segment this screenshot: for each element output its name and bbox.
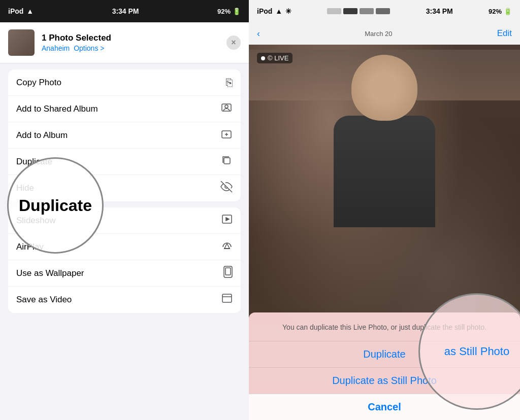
wifi-icon: ▲	[26, 7, 34, 15]
back-chevron-icon: ‹	[257, 28, 260, 39]
share-info: 1 Photo Selected Anaheim Options >	[42, 33, 219, 52]
use-as-wallpaper-item[interactable]: Use as Wallpaper	[8, 260, 241, 287]
left-panel: iPod ▲ 3:34 PM 92% 🔋 1 Photo Selected An…	[0, 0, 249, 420]
add-shared-album-item[interactable]: Add to Shared Album	[8, 96, 241, 122]
color-swatches	[327, 8, 390, 14]
status-right-left: iPod ▲ ✳	[257, 7, 291, 15]
save-as-video-label: Save as Video	[16, 295, 72, 305]
airplay-icon	[221, 240, 233, 254]
duplicate-still-btn[interactable]: Duplicate as Still Photo	[249, 367, 520, 394]
swatch-2	[343, 8, 358, 14]
swatch-1	[327, 8, 341, 14]
battery-pct-right: 92%	[489, 8, 502, 15]
wifi-icon-right: ▲	[275, 7, 282, 15]
airplay-item[interactable]: AirPlay	[8, 234, 241, 260]
edit-button[interactable]: Edit	[497, 28, 512, 39]
duplicate-label: Duplicate	[16, 157, 52, 167]
live-badge: © LIVE	[257, 53, 292, 63]
carrier-label: iPod	[8, 7, 23, 15]
copy-photo-label: Copy Photo	[16, 78, 61, 88]
slideshow-icon	[221, 214, 233, 228]
nav-bar-right: ‹ March 20 Edit	[249, 22, 520, 45]
cancel-btn[interactable]: Cancel	[249, 394, 520, 420]
wallpaper-icon	[223, 266, 233, 281]
status-left: iPod ▲	[8, 7, 34, 15]
use-as-wallpaper-label: Use as Wallpaper	[16, 268, 84, 278]
bottom-sheet-message: You can duplicate this Live Photo, or ju…	[249, 323, 520, 341]
svg-point-1	[225, 105, 228, 108]
battery-icon-left: 🔋	[233, 8, 241, 15]
hide-item[interactable]: Hide	[8, 175, 241, 201]
save-video-icon	[221, 293, 233, 307]
slideshow-label: Slideshow	[16, 216, 56, 226]
person-figure	[313, 55, 456, 258]
add-album-item[interactable]: Add to Album	[8, 122, 241, 149]
share-title: 1 Photo Selected	[42, 33, 219, 43]
share-subtitle: Anaheim Options >	[42, 44, 219, 52]
airplay-label: AirPlay	[16, 242, 44, 252]
photo-container: © LIVE You can duplicate this Live Photo…	[249, 45, 520, 420]
add-shared-album-icon	[220, 101, 233, 117]
status-bar-left: iPod ▲ 3:34 PM 92% 🔋	[0, 0, 249, 22]
add-shared-album-label: Add to Shared Album	[16, 104, 98, 114]
live-label: © LIVE	[268, 54, 288, 62]
hide-label: Hide	[16, 183, 34, 193]
copy-photo-item[interactable]: Copy Photo ⎘	[8, 69, 241, 96]
svg-rect-8	[225, 268, 231, 275]
options-link[interactable]: Options >	[74, 44, 104, 52]
add-album-icon	[220, 128, 233, 143]
person-head	[351, 55, 417, 121]
brightness-icon: ✳	[285, 7, 291, 15]
battery-area-left: 92% 🔋	[217, 8, 241, 15]
slideshow-item[interactable]: Slideshow	[8, 207, 241, 234]
duplicate-icon	[220, 154, 233, 169]
add-album-label: Add to Album	[16, 130, 68, 141]
time-right: 3:34 PM	[426, 7, 453, 15]
photo-thumbnail	[8, 29, 35, 56]
back-button[interactable]: ‹	[257, 28, 260, 39]
duplicate-btn[interactable]: Duplicate	[249, 341, 520, 367]
time-left: 3:34 PM	[112, 7, 139, 15]
save-as-video-item[interactable]: Save as Video	[8, 287, 241, 313]
duplicate-bottom-sheet: You can duplicate this Live Photo, or ju…	[249, 312, 520, 420]
swatch-4	[376, 8, 390, 14]
action-menu: Copy Photo ⎘ Add to Shared Album Add to …	[8, 69, 241, 201]
battery-icon-right: 🔋	[504, 8, 512, 15]
battery-pct-left: 92%	[217, 8, 231, 15]
right-panel: iPod ▲ ✳ 3:34 PM 92% 🔋 ‹ March 20 Edit	[249, 0, 520, 420]
svg-rect-9	[222, 294, 232, 302]
person-body	[334, 116, 435, 227]
nav-title: March 20	[365, 30, 392, 38]
carrier-right: iPod	[257, 7, 272, 15]
location-label: Anaheim	[42, 44, 70, 52]
copy-photo-icon: ⎘	[226, 76, 233, 89]
battery-area-right: 92% 🔋	[489, 8, 512, 15]
hide-icon	[220, 181, 233, 196]
svg-rect-3	[224, 158, 230, 164]
duplicate-btn-label: Duplicate	[363, 348, 405, 360]
status-bar-right: iPod ▲ ✳ 3:34 PM 92% 🔋	[249, 0, 520, 22]
close-button[interactable]: ×	[226, 36, 241, 50]
thumb-image	[8, 29, 35, 56]
share-header: 1 Photo Selected Anaheim Options > ×	[0, 22, 249, 63]
cancel-label: Cancel	[368, 401, 401, 413]
live-dot-icon	[261, 56, 265, 60]
svg-marker-6	[226, 218, 229, 221]
action-menu-2: Slideshow AirPlay Use as Wallpaper	[8, 207, 241, 313]
duplicate-still-label: Duplicate as Still Photo	[332, 375, 437, 387]
swatch-3	[360, 8, 374, 14]
duplicate-item[interactable]: Duplicate	[8, 149, 241, 175]
